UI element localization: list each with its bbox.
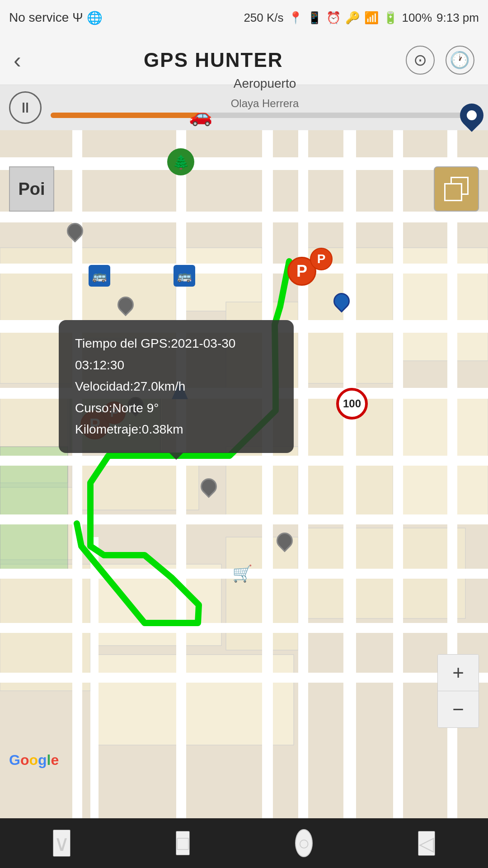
- street-label-calle10: Calle 10: [246, 255, 283, 266]
- svg-rect-27: [0, 514, 488, 524]
- street-label-carrera59: Carrera 59: [247, 177, 259, 224]
- bus-marker-1: 🚌: [89, 265, 110, 287]
- nav-back-button[interactable]: ◁: [418, 831, 435, 856]
- time-display: 9:13 pm: [436, 11, 479, 25]
- tooltip-line2: Velocidad:27.0km/h: [75, 376, 277, 397]
- progress-track: 🚗: [51, 113, 479, 118]
- key-icon: 🔑: [345, 11, 360, 25]
- clock-button[interactable]: 🕐: [446, 46, 474, 75]
- wifi-icon: 📶: [364, 11, 379, 25]
- tooltip-line3: Curso:Norte 9°: [75, 397, 277, 419]
- back-button[interactable]: ‹: [14, 47, 21, 73]
- street-label-calle1c: Calle 1C: [9, 527, 47, 539]
- street-label-calle1b: Calle 1B: [9, 548, 47, 560]
- sim-icon: 📱: [307, 11, 322, 25]
- place-marker-museum: [67, 223, 83, 239]
- nav-down-button[interactable]: ∨: [53, 830, 70, 857]
- g-letter-red2: e: [51, 752, 59, 768]
- svg-rect-18: [226, 537, 298, 650]
- g-letter-red: o: [20, 752, 29, 768]
- street-label-calle12: Calle 12: [307, 206, 344, 218]
- battery-icon: 🔋: [383, 11, 398, 25]
- label-del-sur: al Del Sur: [0, 227, 50, 240]
- label-supermercado: SupermercadoMerca Z Medellín: [79, 551, 174, 584]
- svg-rect-17: [95, 655, 294, 745]
- psi-icon: Ψ: [72, 10, 83, 25]
- web-icon: 🌐: [87, 10, 103, 25]
- destination-sublabel: Olaya Herrera: [51, 97, 479, 110]
- speed-badge: 100: [336, 388, 368, 420]
- label-centro-empresarial: Centro EmpresarialPuerto Seco: [56, 270, 165, 303]
- nav-bar: ∨ □ ○ ◁: [0, 818, 488, 868]
- destination-label-1: Aeropuerto: [234, 76, 296, 91]
- poi-button[interactable]: Poi: [9, 166, 54, 212]
- street-label-carrera55: Carrera 55: [227, 471, 239, 518]
- svg-rect-22: [0, 212, 488, 222]
- progress-area: ⏸ Aeropuerto Olaya Herrera 🚗: [0, 85, 488, 130]
- svg-rect-16: [303, 528, 465, 618]
- g-letter-yellow: o: [29, 752, 38, 768]
- street-label-calle14: Calle 14: [262, 147, 299, 159]
- svg-rect-30: [0, 673, 488, 683]
- svg-rect-12: [398, 248, 488, 361]
- svg-rect-26: [0, 456, 488, 466]
- google-logo: Google: [9, 752, 59, 769]
- parking-marker-2: P: [310, 248, 333, 270]
- tooltip-line1: Tiempo del GPS:2021-03-30 03:12:30: [75, 333, 277, 376]
- svg-rect-34: [298, 130, 308, 818]
- g-letter-blue: G: [9, 752, 20, 768]
- speedometer-button[interactable]: ⊙: [406, 46, 435, 75]
- zoom-out-button[interactable]: −: [438, 691, 479, 727]
- car-icon: 🚗: [189, 104, 212, 127]
- street-label-avenida-guayabal: Avenida Guayabal: [323, 443, 335, 524]
- tooltip-line4: Kilometraje:0.38km: [75, 419, 277, 440]
- place-marker-noel: [277, 533, 293, 549]
- label-ie-la-s: IE La S...Camp...: [4, 399, 45, 427]
- layer-button[interactable]: [434, 166, 479, 212]
- layer-square-2: [444, 183, 462, 201]
- tree-marker-plaza: 🌲: [167, 148, 194, 175]
- label-noel-sa: Noel SA: [216, 524, 261, 538]
- place-marker-int: [333, 293, 350, 309]
- street-label-calle1a: Calle 1A: [2, 605, 40, 617]
- svg-rect-29: [0, 623, 488, 633]
- zoom-in-button[interactable]: +: [438, 655, 479, 691]
- destination-pin: [460, 104, 483, 127]
- speed-indicator: 250 K/s: [244, 11, 283, 25]
- nav-home-button[interactable]: ○: [295, 829, 313, 857]
- label-savia-salud: Savia Salud Eps: [88, 469, 179, 483]
- layer-icon: [444, 177, 469, 201]
- progress-fill: [51, 113, 201, 118]
- gps-tooltip: Tiempo del GPS:2021-03-30 03:12:30 Veloc…: [59, 320, 294, 453]
- app-title: GPS HUNTER: [144, 49, 283, 71]
- alarm-icon: ⏰: [326, 11, 341, 25]
- svg-rect-14: [398, 392, 488, 519]
- svg-rect-36: [393, 130, 403, 818]
- bus-marker-2: 🚌: [174, 265, 195, 287]
- pause-button[interactable]: ⏸: [9, 91, 42, 124]
- app-bar-icons: ⊙ 🕐: [406, 46, 474, 75]
- svg-rect-35: [343, 130, 356, 818]
- g-letter-blue2: g: [38, 752, 47, 768]
- place-marker-centro: [117, 297, 134, 313]
- location-icon: 📍: [288, 11, 303, 25]
- map-area[interactable]: Calle 14 Carrera 59 Calle 12 Calle 10 Ca…: [0, 130, 488, 818]
- nav-recents-button[interactable]: □: [176, 831, 190, 855]
- no-service-text: No service: [9, 10, 69, 25]
- street-label-calle2a: Calle 2A: [122, 582, 160, 594]
- street-label-carrera65: Carrera 65: [82, 597, 94, 645]
- place-marker-savia: [201, 478, 217, 495]
- svg-rect-33: [262, 130, 273, 818]
- street-label-calle1aa: Calle 1AA: [2, 580, 47, 592]
- shopping-cart-icon: 🛒: [232, 564, 253, 583]
- zoom-controls: + −: [437, 654, 479, 728]
- status-bar: No service Ψ 🌐 250 K/s 📍 📱 ⏰ 🔑 📶 🔋 100% …: [0, 0, 488, 35]
- battery-percent: 100%: [402, 11, 432, 25]
- street-label-calle2: Calle 2: [36, 505, 67, 516]
